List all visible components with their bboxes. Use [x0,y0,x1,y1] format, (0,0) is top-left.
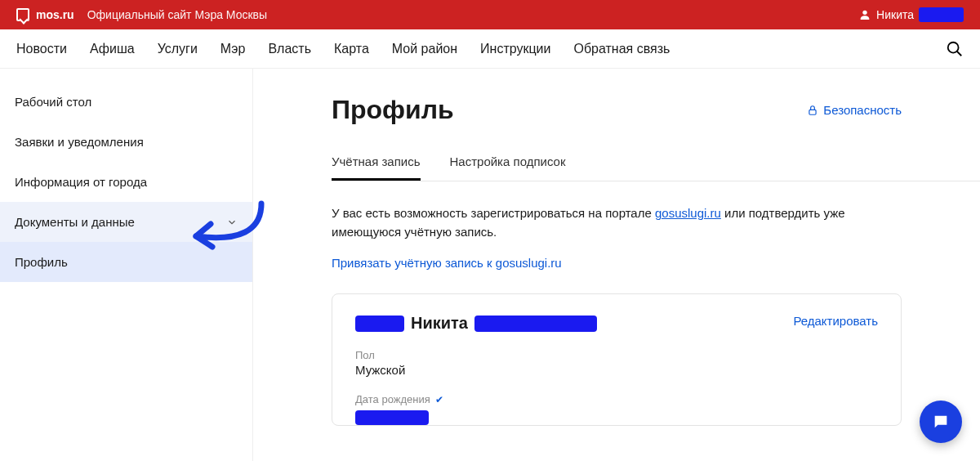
gosuslugi-link[interactable]: gosuslugi.ru [655,206,721,220]
profile-card: Никита Редактировать Пол Мужской Дата ро… [332,293,902,426]
nav-item-government[interactable]: Власть [268,42,311,56]
sidebar-item-cityinfo[interactable]: Информация от города [0,162,252,202]
verified-check-icon: ✔ [435,394,443,405]
sidebar-item-label: Рабочий стол [15,95,91,109]
lock-icon [807,105,818,116]
nav-item-instructions[interactable]: Инструкции [480,42,550,56]
search-icon[interactable] [946,40,964,58]
topbar: mos.ru Официальный сайт Мэра Москвы Ники… [0,0,980,29]
tabs: Учётная запись Настройка подписок [332,148,980,181]
topbar-brand[interactable]: mos.ru Официальный сайт Мэра Москвы [16,8,267,21]
chevron-down-icon [226,217,238,228]
user-icon [858,8,871,21]
field-dob-label: Дата рождения [355,393,430,405]
nav-item-map[interactable]: Карта [334,42,369,56]
nav-item-district[interactable]: Мой район [392,42,457,56]
chat-fab[interactable] [920,401,962,443]
edit-link[interactable]: Редактировать [793,314,878,328]
nav-item-services[interactable]: Услуги [158,42,198,56]
sidebar: Рабочий стол Заявки и уведомления Информ… [0,69,253,461]
redacted-block [355,316,404,332]
redacted-surname [919,7,964,22]
chat-icon [932,413,950,431]
security-label: Безопасность [823,103,902,117]
sidebar-item-label: Документы и данные [15,215,135,229]
sidebar-item-requests[interactable]: Заявки и уведомления [0,122,252,162]
field-gender-label: Пол [355,349,878,361]
field-gender-value: Мужской [355,363,878,377]
security-link[interactable]: Безопасность [807,103,902,117]
page-title: Профиль [332,95,454,125]
nav-item-feedback[interactable]: Обратная связь [573,42,670,56]
info-text: У вас есть возможность зарегистрироватьс… [332,204,980,241]
content: Профиль Безопасность Учётная запись Наст… [253,69,980,461]
nav-item-mayor[interactable]: Мэр [220,42,246,56]
svg-point-1 [948,42,959,52]
bind-account-link[interactable]: Привязать учётную запись к gosuslugi.ru [332,256,562,270]
sidebar-item-label: Заявки и уведомления [15,135,144,149]
logo-text: mos.ru [36,8,74,21]
profile-full-name: Никита [355,314,597,333]
nav-item-news[interactable]: Новости [16,42,67,56]
redacted-dob [355,410,429,425]
user-name: Никита [876,8,914,21]
svg-rect-3 [809,110,816,114]
svg-point-0 [862,11,866,15]
profile-first-name: Никита [411,314,468,333]
tab-account[interactable]: Учётная запись [332,148,421,181]
redacted-block [474,316,597,332]
svg-line-2 [957,51,962,56]
info-text-before: У вас есть возможность зарегистрироватьс… [332,206,655,220]
topbar-user[interactable]: Никита [858,7,964,22]
tab-label: Учётная запись [332,154,421,168]
tab-subscriptions[interactable]: Настройка подписок [450,148,566,181]
sidebar-item-desktop[interactable]: Рабочий стол [0,82,252,122]
nav-item-afisha[interactable]: Афиша [90,42,135,56]
sidebar-item-documents[interactable]: Документы и данные [0,202,252,242]
speech-bubble-icon [16,8,29,21]
sidebar-item-profile[interactable]: Профиль [0,242,252,282]
main-nav: Новости Афиша Услуги Мэр Власть Карта Мо… [0,29,980,69]
sidebar-item-label: Информация от города [15,175,147,189]
sidebar-item-label: Профиль [15,255,68,269]
topbar-subtitle: Официальный сайт Мэра Москвы [87,8,267,21]
tab-label: Настройка подписок [450,154,566,168]
